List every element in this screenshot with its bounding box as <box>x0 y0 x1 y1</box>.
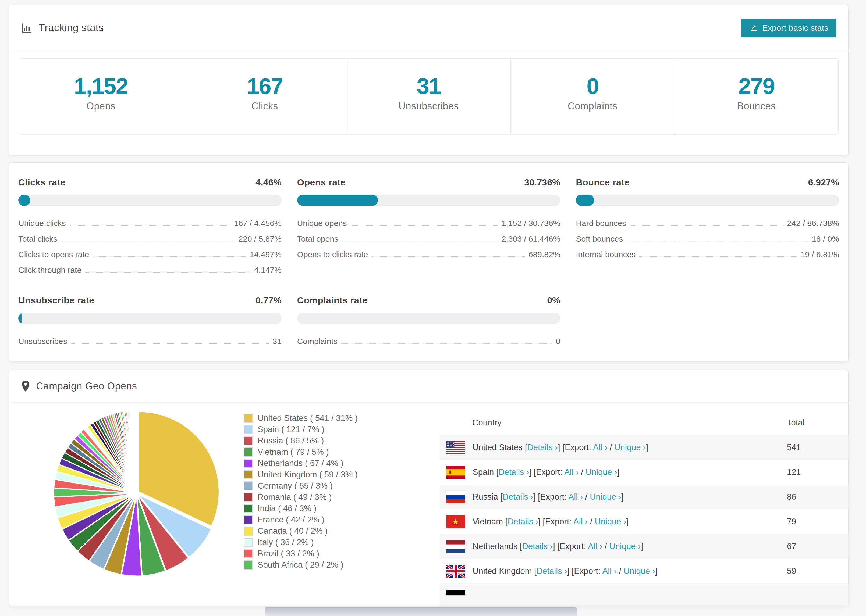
stat-label: Unsubscribes <box>398 101 459 112</box>
total-cell: 59 <box>787 566 848 576</box>
progress-fill <box>18 313 22 324</box>
country-cell <box>439 590 787 602</box>
export-all-link[interactable]: All › <box>593 443 607 452</box>
geo-pie-chart <box>53 410 220 577</box>
export-all-link[interactable]: All › <box>564 467 578 477</box>
export-unique-link[interactable]: Unique › <box>586 467 617 477</box>
legend-label: Germany ( 55 / 3% ) <box>258 481 333 491</box>
export-all-link[interactable]: All › <box>602 566 616 576</box>
legend-item: Vietnam ( 79 / 5% ) <box>244 446 358 458</box>
country-flag-icon <box>446 491 465 503</box>
stat-row-label: Unsubscribes <box>18 337 67 347</box>
stat-row-label: Soft bounces <box>576 234 623 245</box>
rate-title: Clicks rate <box>18 177 65 188</box>
rate-title: Bounce rate <box>576 177 630 188</box>
details-link[interactable]: Details › <box>522 542 553 551</box>
stat-row-value: 14.497% <box>250 250 281 261</box>
dotted-leader <box>351 225 498 226</box>
progress-bar <box>18 313 282 324</box>
section-title: Campaign Geo Opens <box>36 380 137 392</box>
pie-legend: United States ( 541 / 31% )Spain ( 121 /… <box>244 413 358 570</box>
export-basic-stats-button[interactable]: Export basic stats <box>741 19 836 37</box>
pie-slice <box>136 410 137 490</box>
legend-item: Russia ( 86 / 5% ) <box>244 435 358 446</box>
export-unique-link[interactable]: Unique › <box>609 542 641 551</box>
country-flag-icon <box>446 515 465 528</box>
dotted-leader <box>627 241 808 241</box>
legend-label: Russia ( 86 / 5% ) <box>258 436 324 446</box>
legend-swatch <box>244 504 253 513</box>
bounce-rate-block: Bounce rate 6.927% Hard bounces242 / 86.… <box>576 177 839 276</box>
stat-number: 279 <box>738 74 775 98</box>
stat-row: Unique opens1,152 / 30.736% <box>297 214 561 229</box>
campaign-geo-opens-card: Campaign Geo Opens United States ( 541 /… <box>9 370 849 606</box>
stat-row-label: Opens to clicks rate <box>297 250 368 261</box>
legend-label: Italy ( 36 / 2% ) <box>258 537 313 547</box>
legend-item: South Africa ( 29 / 2% ) <box>244 559 358 570</box>
stat-row-label: Total clicks <box>18 234 57 245</box>
rate-value: 30.736% <box>524 177 560 188</box>
dotted-leader <box>70 225 230 226</box>
rate-title: Unsubscribe rate <box>18 295 94 306</box>
table-row: Russia [Details ›] [Export: All › / Uniq… <box>439 485 848 509</box>
rates-card: Clicks rate 4.46% Unique clicks167 / 4.4… <box>9 162 849 361</box>
details-link[interactable]: Details › <box>527 443 558 452</box>
legend-label: Brazil ( 33 / 2% ) <box>258 549 319 558</box>
stat-row-label: Complaints <box>297 337 337 347</box>
legend-label: Romania ( 49 / 3% ) <box>258 492 332 502</box>
stat-row: Unique clicks167 / 4.456% <box>18 214 282 229</box>
complaints-rate-block: Complaints rate 0% Complaints0 <box>297 295 561 347</box>
progress-bar <box>18 195 282 206</box>
export-unique-link[interactable]: Unique › <box>624 566 655 576</box>
legend-swatch <box>244 538 253 547</box>
summary-stat-clicks: 167Clicks <box>183 58 346 134</box>
total-cell: 86 <box>787 492 848 502</box>
export-unique-link[interactable]: Unique › <box>595 517 626 526</box>
dotted-leader <box>630 225 783 226</box>
legend-label: India ( 46 / 3% ) <box>258 504 316 513</box>
stat-row-value: 4.147% <box>254 266 282 276</box>
table-row: United States [Details ›] [Export: All ›… <box>439 435 848 460</box>
horizontal-scrollbar[interactable] <box>265 607 577 616</box>
export-all-link[interactable]: All › <box>573 517 587 526</box>
stat-row: Click through rate4.147% <box>18 261 282 276</box>
page-title: Tracking stats <box>39 22 104 34</box>
details-link[interactable]: Details › <box>537 566 567 576</box>
details-link[interactable]: Details › <box>499 467 529 477</box>
country-cell: United States [Details ›] [Export: All ›… <box>439 441 787 454</box>
progress-bar <box>297 313 561 324</box>
bar-chart-icon <box>21 22 33 34</box>
legend-item: India ( 46 / 3% ) <box>244 503 358 514</box>
stat-row-label: Unique clicks <box>18 219 66 229</box>
legend-swatch <box>244 470 253 479</box>
legend-swatch <box>244 448 253 457</box>
export-all-link[interactable]: All › <box>588 542 602 551</box>
total-cell: 67 <box>787 542 848 551</box>
stat-row: Internal bounces19 / 6.81% <box>576 245 839 261</box>
table-row: Netherlands [Details ›] [Export: All › /… <box>439 534 848 559</box>
stat-row-value: 18 / 0% <box>812 234 839 245</box>
legend-item: Canada ( 40 / 2% ) <box>244 525 358 537</box>
stat-label: Clicks <box>252 101 278 112</box>
stat-row-value: 2,303 / 61.446% <box>502 234 561 245</box>
legend-label: Vietnam ( 79 / 5% ) <box>258 447 329 457</box>
table-row: Vietnam [Details ›] [Export: All › / Uni… <box>439 509 848 534</box>
export-unique-link[interactable]: Unique › <box>590 492 621 501</box>
stat-number: 1,152 <box>74 74 128 98</box>
rate-title: Opens rate <box>297 177 346 188</box>
export-all-link[interactable]: All › <box>568 492 583 501</box>
rate-value: 6.927% <box>808 177 839 188</box>
progress-fill <box>297 195 378 206</box>
stat-row-label: Unique opens <box>297 219 347 229</box>
dotted-leader <box>372 256 525 257</box>
stat-row: Unsubscribes31 <box>18 332 282 347</box>
details-link[interactable]: Details › <box>503 492 533 501</box>
legend-label: Canada ( 40 / 2% ) <box>258 526 328 536</box>
stat-row: Complaints0 <box>297 332 561 347</box>
stat-label: Bounces <box>737 101 776 112</box>
details-link[interactable]: Details › <box>507 517 538 526</box>
table-header: Country Total <box>439 410 848 435</box>
geo-table: Country Total United States [Details ›] … <box>439 410 848 606</box>
total-column-header: Total <box>787 418 848 427</box>
export-unique-link[interactable]: Unique › <box>614 443 646 452</box>
